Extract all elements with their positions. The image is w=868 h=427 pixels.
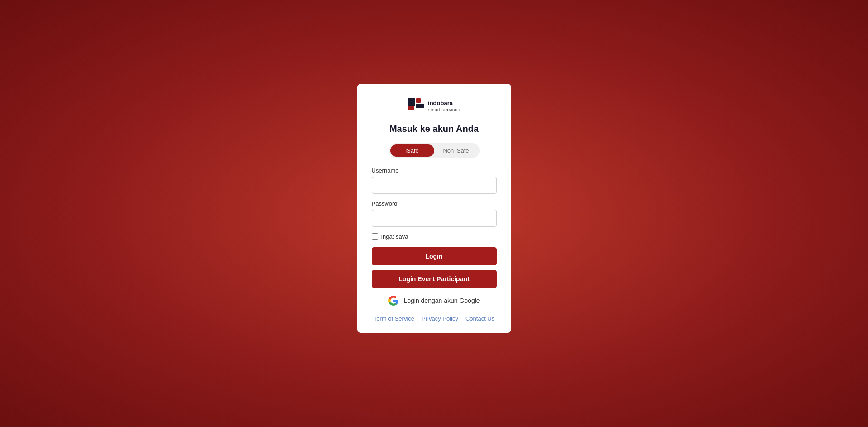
login-button[interactable]: Login [372,247,497,265]
username-input[interactable] [372,177,497,194]
logo-subtitle: smart services [428,107,460,113]
login-card: indobara smart services Masuk ke akun An… [357,84,511,333]
username-group: Username [372,167,497,194]
remember-label: Ingat saya [381,233,408,240]
svg-rect-1 [416,98,421,103]
privacy-policy-link[interactable]: Privacy Policy [422,315,458,322]
page-title: Masuk ke akun Anda [389,124,479,134]
password-label: Password [372,200,497,207]
term-of-service-link[interactable]: Term of Service [374,315,414,322]
remember-checkbox[interactable] [372,233,378,240]
logo-area: indobara smart services [408,98,460,115]
google-login-text: Login dengan akun Google [403,297,480,304]
google-login-row[interactable]: Login dengan akun Google [388,295,480,306]
contact-us-link[interactable]: Contact Us [465,315,494,322]
username-label: Username [372,167,497,174]
footer-links: Term of Service Privacy Policy Contact U… [374,315,495,322]
password-input[interactable] [372,210,497,227]
account-type-toggle: iSafe Non iSafe [389,143,480,158]
toggle-non-isafe[interactable]: Non iSafe [434,144,478,157]
login-event-button[interactable]: Login Event Participant [372,270,497,288]
logo-name: indobara [428,100,460,107]
password-group: Password [372,200,497,227]
logo-icon [408,98,424,115]
svg-rect-3 [408,106,414,110]
svg-rect-2 [416,104,424,108]
svg-rect-0 [408,98,415,106]
version-text: version 2.1.5-03/01/25-1 [404,337,463,344]
toggle-isafe[interactable]: iSafe [390,144,434,157]
remember-row: Ingat saya [372,233,497,240]
google-icon [388,295,399,306]
